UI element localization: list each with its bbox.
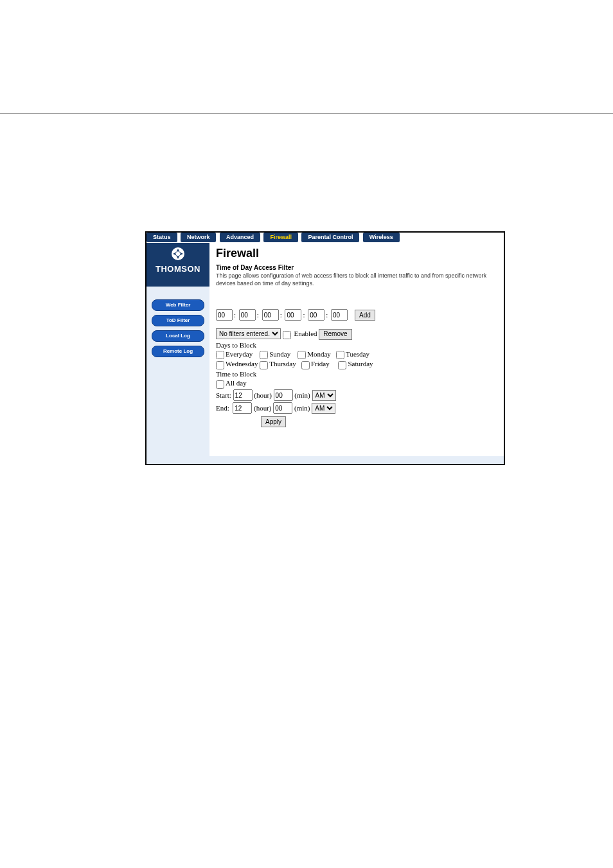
mac-address-row: : : : : : Add — [216, 309, 497, 321]
day-friday-checkbox[interactable] — [301, 361, 310, 369]
day-monday-label: Monday — [307, 350, 331, 358]
page-title: Firewall — [216, 247, 497, 260]
day-monday-checkbox[interactable] — [298, 351, 306, 359]
mac-field-6[interactable] — [331, 309, 348, 321]
end-time-row: End: (hour) (min) AM — [216, 402, 497, 414]
tab-firewall[interactable]: Firewall — [263, 233, 298, 242]
start-hour-label: (hour) — [254, 391, 272, 399]
tab-parental-control[interactable]: Parental Control — [301, 233, 359, 242]
day-thursday-checkbox[interactable] — [260, 361, 268, 369]
day-tuesday-checkbox[interactable] — [336, 351, 344, 359]
footer-bar — [147, 456, 504, 464]
enabled-label: Enabled — [294, 330, 317, 337]
end-min-label: (min) — [294, 404, 310, 412]
start-min-label: (min) — [294, 391, 310, 399]
tab-network[interactable]: Network — [181, 233, 217, 242]
day-friday-label: Friday — [311, 360, 330, 368]
brand-icon — [171, 247, 185, 263]
tab-wireless[interactable]: Wireless — [363, 233, 400, 242]
apply-button[interactable]: Apply — [261, 416, 286, 427]
start-label: Start: — [216, 391, 231, 399]
mac-field-1[interactable] — [216, 309, 233, 321]
page-description: This page allows configuration of web ac… — [216, 272, 497, 287]
day-thursday-label: Thursday — [269, 360, 296, 368]
start-ampm-select[interactable]: AM — [312, 390, 336, 401]
enabled-checkbox[interactable] — [283, 331, 291, 339]
filter-select[interactable]: No filters entered. — [216, 328, 281, 339]
end-ampm-select[interactable]: AM — [312, 403, 335, 414]
start-hour-field[interactable] — [233, 389, 253, 401]
mac-field-4[interactable] — [285, 309, 301, 321]
page-subtitle: Time of Day Access Filter — [216, 264, 497, 271]
tab-advanced[interactable]: Advanced — [220, 233, 260, 242]
day-everyday-checkbox[interactable] — [216, 351, 224, 359]
sidebar-item-web-filter[interactable]: Web Filter — [152, 299, 204, 311]
day-sunday-checkbox[interactable] — [260, 351, 268, 359]
sidebar: THOMSON Web Filter ToD Filter Local Log … — [147, 243, 209, 465]
brand-logo: THOMSON — [147, 243, 209, 287]
days-row-2: Wednesday Thursday Friday Saturday — [216, 360, 497, 369]
day-saturday-checkbox[interactable] — [338, 361, 346, 369]
apply-row: Apply — [216, 416, 497, 427]
start-min-field[interactable] — [274, 389, 293, 401]
start-time-row: Start: (hour) (min) AM — [216, 389, 497, 401]
page-divider — [0, 113, 613, 114]
allday-label: All day — [226, 379, 247, 387]
add-button[interactable]: Add — [355, 310, 375, 321]
end-hour-field[interactable] — [233, 402, 252, 414]
end-label: End: — [216, 404, 229, 412]
mac-field-5[interactable] — [308, 309, 324, 321]
top-nav: Status Network Advanced Firewall Parenta… — [147, 233, 504, 243]
sidebar-item-remote-log[interactable]: Remote Log — [152, 346, 204, 357]
days-header: Days to Block — [216, 341, 497, 349]
day-saturday-label: Saturday — [348, 360, 373, 368]
sidebar-item-tod-filter[interactable]: ToD Filter — [152, 315, 204, 326]
end-min-field[interactable] — [273, 402, 292, 414]
tab-status[interactable]: Status — [147, 233, 177, 242]
tod-filter-form: : : : : : Add No filters entered. Enable… — [216, 309, 497, 427]
day-sunday-label: Sunday — [269, 350, 290, 358]
mac-field-2[interactable] — [239, 309, 256, 321]
remove-button[interactable]: Remove — [319, 329, 351, 340]
main-content: Firewall Time of Day Access Filter This … — [209, 243, 504, 464]
sidebar-item-local-log[interactable]: Local Log — [152, 330, 204, 342]
mac-field-3[interactable] — [262, 309, 279, 321]
sidebar-menu: Web Filter ToD Filter Local Log Remote L… — [147, 287, 209, 465]
router-admin-window: Status Network Advanced Firewall Parenta… — [145, 231, 505, 465]
end-hour-label: (hour) — [254, 404, 272, 412]
day-wednesday-checkbox[interactable] — [216, 361, 224, 369]
day-wednesday-label: Wednesday — [226, 360, 258, 368]
day-tuesday-label: Tuesday — [346, 350, 369, 358]
time-header: Time to Block — [216, 370, 497, 378]
days-row-1: Everyday Sunday Monday Tuesday — [216, 350, 497, 359]
allday-row: All day — [216, 379, 497, 388]
day-everyday-label: Everyday — [226, 350, 253, 358]
filter-select-row: No filters entered. Enabled Remove — [216, 328, 497, 340]
allday-checkbox[interactable] — [216, 380, 224, 389]
brand-name: THOMSON — [147, 264, 209, 274]
